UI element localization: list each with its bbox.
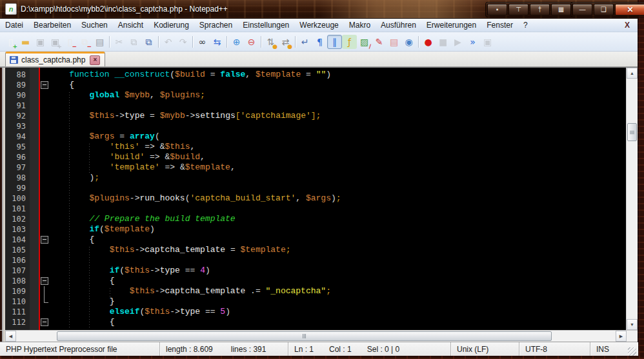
fold-marker-row[interactable] bbox=[40, 80, 49, 90]
macro-edit-icon[interactable]: ✎ bbox=[372, 35, 387, 49]
code-line-111[interactable]: elseif($this->type == 5) bbox=[49, 307, 626, 317]
code-line-101[interactable] bbox=[49, 204, 626, 214]
undo-icon[interactable]: ↶ bbox=[161, 35, 176, 49]
fold-collapse-icon[interactable] bbox=[41, 236, 48, 244]
resize-grip[interactable] bbox=[628, 347, 636, 356]
save-macro-icon[interactable]: ▣ bbox=[480, 35, 495, 49]
word-wrap-icon[interactable]: ↵ bbox=[297, 35, 312, 49]
menu-item-kodierung[interactable]: Kodierung bbox=[148, 19, 194, 32]
scroll-right-icon[interactable]: ▶ bbox=[616, 331, 627, 342]
tab-close-icon[interactable]: × bbox=[90, 55, 100, 65]
menu-item-sprachen[interactable]: Sprachen bbox=[194, 19, 237, 32]
zoom-in-icon[interactable]: ⊕ bbox=[229, 35, 244, 49]
code-area[interactable]: function __construct($build = false, $te… bbox=[49, 68, 626, 330]
close-button[interactable]: ✕ bbox=[615, 4, 644, 15]
code-line-96[interactable]: 'build' => &$build, bbox=[49, 152, 626, 162]
tab-class-captcha[interactable]: class_captcha.php × bbox=[5, 52, 105, 66]
paste-icon[interactable]: ⧉ bbox=[141, 35, 156, 49]
run-macro-multiple-icon[interactable]: » bbox=[465, 35, 480, 49]
maximize-button[interactable]: ❑ bbox=[594, 4, 614, 15]
code-line-109[interactable]: $this->captcha_template .= "_nocaptcha"; bbox=[49, 286, 626, 296]
copy-icon[interactable]: ⧉ bbox=[126, 35, 141, 49]
fold-marker-row[interactable] bbox=[40, 296, 49, 307]
code-line-105[interactable]: $this->captcha_template = $template; bbox=[49, 245, 626, 255]
code-line-95[interactable]: 'this' => &$this, bbox=[49, 142, 626, 152]
close-file-icon[interactable]: ▯− bbox=[63, 35, 77, 49]
menu-item-datei[interactable]: Datei bbox=[0, 19, 28, 32]
sync-horizontal-icon[interactable]: ⇄● bbox=[278, 35, 293, 49]
fold-collapse-icon[interactable] bbox=[41, 81, 48, 89]
horizontal-scroll-thumb[interactable] bbox=[57, 331, 552, 341]
fold-marker-row[interactable] bbox=[40, 276, 49, 286]
code-line-103[interactable]: if($template) bbox=[49, 224, 626, 235]
code-line-88[interactable]: function __construct($build = false, $te… bbox=[49, 70, 626, 80]
code-line-106[interactable] bbox=[49, 255, 626, 266]
vertical-scroll-thumb[interactable] bbox=[627, 123, 637, 141]
view-eye-icon[interactable]: ◉ bbox=[401, 35, 416, 49]
new-file-icon[interactable]: ▯+ bbox=[3, 35, 18, 49]
code-line-112[interactable]: { bbox=[49, 317, 626, 327]
replace-icon[interactable]: ⇆ bbox=[210, 35, 225, 49]
fold-marker-row[interactable] bbox=[40, 235, 49, 245]
menu-item-ansicht[interactable]: Ansicht bbox=[113, 19, 148, 32]
redo-icon[interactable]: ↷ bbox=[176, 35, 190, 49]
document-map-icon[interactable]: ▨∕ bbox=[357, 35, 372, 49]
show-all-characters-icon[interactable]: ¶ bbox=[312, 35, 327, 49]
fold-collapse-icon[interactable] bbox=[41, 277, 48, 285]
print-icon[interactable]: ▤ bbox=[92, 35, 107, 49]
menu-item-makro[interactable]: Makro bbox=[344, 19, 376, 32]
menu-item-werkzeuge[interactable]: Werkzeuge bbox=[294, 19, 343, 32]
code-line-94[interactable]: $args = array( bbox=[49, 131, 626, 142]
code-line-98[interactable]: ); bbox=[49, 173, 626, 183]
menu-item-bearbeiten[interactable]: Bearbeiten bbox=[28, 19, 76, 32]
find-icon[interactable]: ∞ bbox=[195, 35, 210, 49]
code-line-93[interactable] bbox=[49, 121, 626, 131]
code-line-92[interactable]: $this->type = $mybb->settings['captchaim… bbox=[49, 111, 626, 121]
tray-button[interactable]: ▪ bbox=[487, 4, 507, 15]
sync-vertical-icon[interactable]: ⇅● bbox=[263, 35, 278, 49]
fold-collapse-icon[interactable] bbox=[41, 318, 48, 326]
open-file-icon[interactable]: ▬ bbox=[18, 35, 33, 49]
horizontal-scrollbar[interactable]: ◀ ▶ bbox=[5, 331, 627, 342]
function-completion-icon[interactable]: ƒ bbox=[342, 35, 357, 49]
menu-item-einstellungen[interactable]: Einstellungen bbox=[237, 19, 294, 32]
bookmark-margin[interactable] bbox=[30, 68, 39, 330]
scroll-left-icon[interactable]: ◀ bbox=[5, 331, 16, 342]
menu-item-help[interactable]: ? bbox=[518, 19, 533, 32]
code-line-99[interactable] bbox=[49, 183, 626, 193]
code-line-91[interactable] bbox=[49, 101, 626, 111]
status-encoding[interactable]: UTF-8 bbox=[519, 342, 590, 356]
scroll-up-icon[interactable]: ▲ bbox=[627, 68, 638, 79]
status-eol-format[interactable]: Unix (LF) bbox=[451, 342, 519, 356]
panel-icon[interactable]: ▤ bbox=[387, 35, 401, 49]
code-line-108[interactable]: { bbox=[49, 276, 626, 286]
menu-item-ausfhren[interactable]: Ausführen bbox=[376, 19, 421, 32]
play-macro-icon[interactable]: ▶ bbox=[450, 35, 465, 49]
code-line-100[interactable]: $plugins->run_hooks('captcha_build_start… bbox=[49, 193, 626, 204]
code-line-89[interactable]: { bbox=[49, 80, 626, 90]
indent-guide-icon[interactable]: ∥ bbox=[327, 35, 342, 49]
status-insert-mode[interactable]: INS bbox=[590, 342, 638, 356]
stop-macro-icon[interactable]: ■ bbox=[436, 35, 450, 49]
title-bar[interactable]: n D:\xampp\htdocs\mybb2\inc\class_captch… bbox=[0, 0, 638, 19]
minimize-button[interactable]: — bbox=[572, 4, 592, 15]
zoom-out-icon[interactable]: ⊖ bbox=[244, 35, 259, 49]
code-line-110[interactable]: } bbox=[49, 296, 626, 307]
fold-marker-row[interactable] bbox=[40, 317, 49, 327]
code-line-90[interactable]: global $mybb, $plugins; bbox=[49, 90, 626, 101]
save-icon[interactable]: ▣ bbox=[33, 35, 48, 49]
menu-item-fenster[interactable]: Fenster bbox=[481, 19, 518, 32]
code-line-97[interactable]: 'template' => &$template, bbox=[49, 162, 626, 173]
menu-item-suchen[interactable]: Suchen bbox=[76, 19, 113, 32]
code-line-107[interactable]: if($this->type == 4) bbox=[49, 266, 626, 276]
close-document-x[interactable]: X bbox=[625, 21, 630, 30]
fold-marker-row[interactable] bbox=[40, 286, 49, 296]
menu-item-erweiterungen[interactable]: Erweiterungen bbox=[421, 19, 481, 32]
fold-margin[interactable] bbox=[40, 68, 49, 330]
record-macro-icon[interactable]: ● bbox=[421, 35, 436, 49]
pin-button[interactable]: † bbox=[530, 4, 550, 15]
rollup-button[interactable]: ⊤ bbox=[508, 4, 528, 15]
vertical-scrollbar[interactable]: ▲ ▼ bbox=[626, 68, 638, 330]
scroll-down-icon[interactable]: ▼ bbox=[627, 319, 638, 330]
cut-icon[interactable]: ✂ bbox=[112, 35, 126, 49]
